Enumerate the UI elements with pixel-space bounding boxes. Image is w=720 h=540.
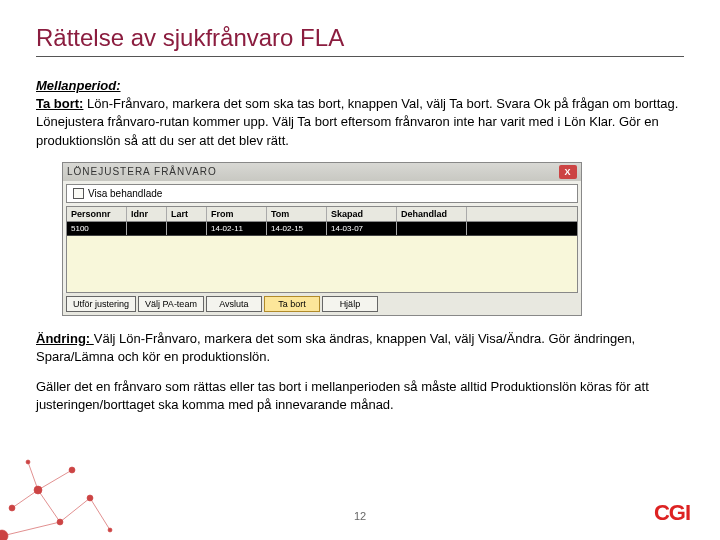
table-blank-area bbox=[67, 236, 577, 292]
svg-line-10 bbox=[38, 490, 60, 522]
svg-point-7 bbox=[108, 528, 112, 532]
embedded-window: LÖNEJUSTERA FRÅNVARO X Visa behandlade P… bbox=[62, 162, 582, 316]
page-number: 12 bbox=[354, 510, 366, 522]
col-lart: Lart bbox=[167, 207, 207, 221]
delete-button[interactable]: Ta bort bbox=[264, 296, 320, 312]
svg-point-2 bbox=[57, 519, 63, 525]
title-underline bbox=[36, 56, 684, 57]
checkbox-row: Visa behandlade bbox=[66, 184, 578, 203]
slide-title: Rättelse av sjukfrånvaro FLA bbox=[36, 24, 684, 52]
col-personnr: Personnr bbox=[67, 207, 127, 221]
section1-body-lead: Ta bort: bbox=[36, 96, 83, 111]
cgi-logo: CGI bbox=[654, 500, 690, 526]
section1: Mellanperiod: Ta bort: Lön-Frånvaro, mar… bbox=[36, 77, 684, 150]
svg-point-1 bbox=[34, 486, 42, 494]
col-behandlad: Dehandlad bbox=[397, 207, 467, 221]
table: Personnr Idnr Lart From Tom Skapad Dehan… bbox=[66, 206, 578, 293]
col-skapad: Skapad bbox=[327, 207, 397, 221]
checkbox-label: Visa behandlade bbox=[88, 188, 162, 199]
select-pa-team-button[interactable]: Välj PA-team bbox=[138, 296, 204, 312]
svg-line-9 bbox=[38, 470, 72, 490]
window-title: LÖNEJUSTERA FRÅNVARO bbox=[67, 166, 217, 177]
section1-body: Lön-Frånvaro, markera det som ska tas bo… bbox=[36, 96, 678, 147]
svg-line-12 bbox=[2, 522, 60, 536]
svg-line-14 bbox=[90, 498, 110, 530]
svg-point-0 bbox=[9, 505, 15, 511]
svg-point-3 bbox=[87, 495, 93, 501]
col-tom: Tom bbox=[267, 207, 327, 221]
section2-lead: Ändring: bbox=[36, 331, 94, 346]
section2-body: Välj Lön-Frånvaro, markera det som ska ä… bbox=[36, 331, 635, 364]
close-icon[interactable]: X bbox=[559, 165, 577, 179]
svg-point-5 bbox=[26, 460, 30, 464]
svg-line-11 bbox=[60, 498, 90, 522]
col-from: From bbox=[207, 207, 267, 221]
window-titlebar: LÖNEJUSTERA FRÅNVARO X bbox=[63, 163, 581, 181]
svg-line-13 bbox=[28, 462, 38, 490]
svg-point-4 bbox=[69, 467, 75, 473]
finish-button[interactable]: Avsluta bbox=[206, 296, 262, 312]
section3: Gäller det en frånvaro som rättas eller … bbox=[36, 378, 684, 414]
section1-label: Mellanperiod: bbox=[36, 78, 121, 93]
perform-adjustment-button[interactable]: Utför justering bbox=[66, 296, 136, 312]
col-idnr: Idnr bbox=[127, 207, 167, 221]
button-row: Utför justering Välj PA-team Avsluta Ta … bbox=[63, 293, 581, 315]
section2: Ändring: Välj Lön-Frånvaro, markera det … bbox=[36, 330, 684, 366]
table-header: Personnr Idnr Lart From Tom Skapad Dehan… bbox=[67, 207, 577, 222]
svg-line-8 bbox=[12, 490, 38, 508]
svg-point-6 bbox=[0, 530, 8, 540]
help-button[interactable]: Hjälp bbox=[322, 296, 378, 312]
decorative-dots bbox=[0, 410, 180, 540]
table-row[interactable]: 5100 14-02-11 14-02-15 14-03-07 bbox=[67, 222, 577, 236]
show-processed-checkbox[interactable] bbox=[73, 188, 84, 199]
